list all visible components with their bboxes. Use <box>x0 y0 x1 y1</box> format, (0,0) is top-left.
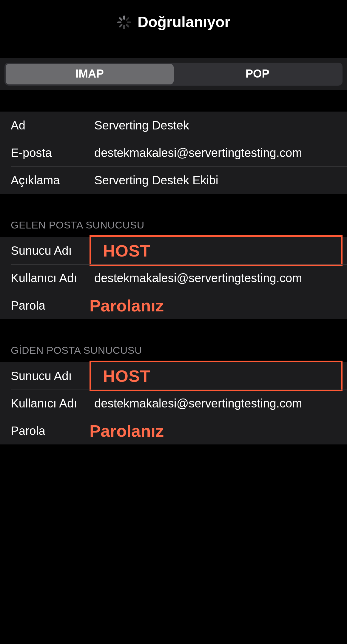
outgoing-user-label: Kullanıcı Adı <box>11 397 94 410</box>
outgoing-user-row[interactable]: Kullanıcı Adı destekmakalesi@servertingt… <box>0 390 347 417</box>
spinner-icon <box>117 15 132 30</box>
email-label: E-posta <box>11 146 94 160</box>
outgoing-host-annotation: HOST <box>103 366 151 386</box>
email-field[interactable]: destekmakalesi@servertingtesting.com <box>94 146 347 160</box>
description-label: Açıklama <box>11 174 94 187</box>
protocol-segmented-control: IMAP POP <box>4 63 343 86</box>
incoming-pass-row[interactable]: Parola Parolanız <box>0 292 347 319</box>
incoming-host-label: Sunucu Adı <box>11 244 94 257</box>
name-row[interactable]: Ad Serverting Destek <box>0 112 347 139</box>
segment-imap[interactable]: IMAP <box>6 64 174 84</box>
outgoing-host-label: Sunucu Adı <box>11 369 94 383</box>
outgoing-pass-label: Parola <box>11 424 94 438</box>
name-label: Ad <box>11 119 94 132</box>
incoming-pass-annotation: Parolanız <box>90 296 164 315</box>
description-field[interactable]: Serverting Destek Ekibi <box>94 174 347 187</box>
incoming-pass-label: Parola <box>11 299 94 312</box>
account-info-group: Ad Serverting Destek E-posta destekmakal… <box>0 112 347 194</box>
incoming-user-field[interactable]: destekmakalesi@servertingtesting.com <box>94 271 347 285</box>
incoming-host-annotation: HOST <box>103 241 151 260</box>
outgoing-host-row[interactable]: Sunucu Adı HOST <box>0 362 347 390</box>
incoming-server-group: Sunucu Adı HOST Kullanıcı Adı destekmaka… <box>0 237 347 319</box>
header: Doğrulanıyor <box>0 1 347 58</box>
incoming-user-row[interactable]: Kullanıcı Adı destekmakalesi@servertingt… <box>0 264 347 292</box>
outgoing-user-field[interactable]: destekmakalesi@servertingtesting.com <box>94 397 347 410</box>
bottom-spacer <box>0 444 347 510</box>
segment-pop[interactable]: POP <box>174 64 342 84</box>
protocol-segmented-control-container: IMAP POP <box>0 58 347 90</box>
outgoing-server-group: Sunucu Adı HOST Kullanıcı Adı destekmaka… <box>0 362 347 444</box>
spacer <box>0 90 347 112</box>
email-row[interactable]: E-posta destekmakalesi@servertingtesting… <box>0 139 347 166</box>
incoming-server-header: GELEN POSTA SUNUCUSU <box>0 194 347 237</box>
outgoing-server-header: GİDEN POSTA SUNUCUSU <box>0 319 347 362</box>
outgoing-pass-row[interactable]: Parola Parolanız <box>0 417 347 444</box>
incoming-host-annotation-box: HOST <box>90 235 343 266</box>
page-title: Doğrulanıyor <box>138 13 230 31</box>
outgoing-host-annotation-box: HOST <box>90 361 343 391</box>
incoming-host-row[interactable]: Sunucu Adı HOST <box>0 237 347 264</box>
outgoing-pass-annotation: Parolanız <box>90 421 164 441</box>
description-row[interactable]: Açıklama Serverting Destek Ekibi <box>0 166 347 194</box>
mail-account-setup-screen: Doğrulanıyor IMAP POP Ad Serverting Dest… <box>0 0 347 510</box>
name-field[interactable]: Serverting Destek <box>94 119 347 132</box>
incoming-user-label: Kullanıcı Adı <box>11 271 94 285</box>
